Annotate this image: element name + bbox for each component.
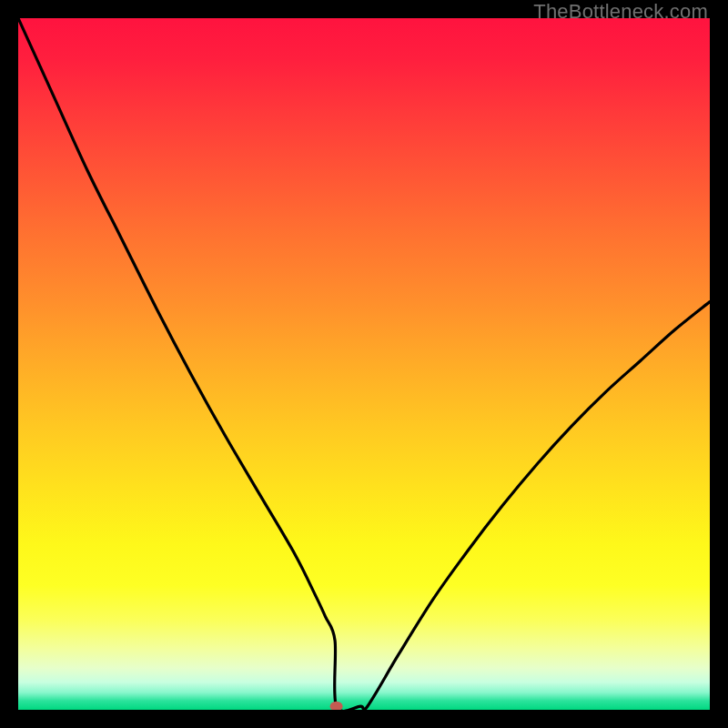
chart-frame: TheBottleneck.com — [0, 0, 728, 728]
min-marker — [330, 702, 343, 710]
curve-layer — [18, 18, 710, 710]
bottleneck-curve — [18, 18, 710, 710]
plot-area — [18, 18, 710, 710]
